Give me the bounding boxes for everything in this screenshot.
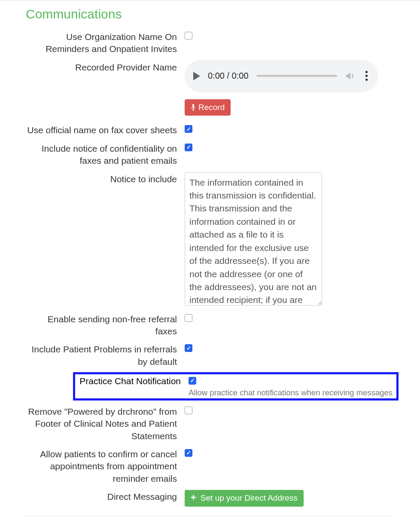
label-org-name: Use Organization Name On Reminders and O… — [26, 29, 185, 55]
label-nonfree-fax: Enable sending non-free referral faxes — [26, 312, 185, 338]
field-practice-chat: Practice Chat Notification Allow practic… — [78, 374, 394, 398]
field-allow-confirm: Allow patients to confirm or cancel appo… — [26, 446, 394, 485]
audio-track[interactable] — [256, 75, 337, 77]
svg-rect-1 — [193, 109, 193, 110]
checkbox-confidentiality[interactable] — [185, 144, 192, 151]
field-confidentiality: Include notice of confidentiality on fax… — [26, 141, 394, 167]
checkbox-practice-chat[interactable] — [189, 377, 196, 385]
volume-icon[interactable] — [345, 70, 356, 82]
help-practice-chat: Allow practice chat notifications when r… — [189, 388, 393, 398]
field-remove-powered: Remove "Powered by drchrono" from Footer… — [26, 404, 394, 442]
label-practice-chat: Practice Chat Notification — [78, 374, 189, 387]
notice-textarea[interactable] — [185, 172, 322, 306]
label-fax-cover: Use official name on fax cover sheets — [26, 122, 185, 136]
checkbox-nonfree-fax[interactable] — [185, 314, 192, 322]
play-icon[interactable] — [193, 72, 200, 80]
plus-icon — [191, 493, 198, 503]
label-recorded-provider: Recorded Provider Name — [26, 60, 185, 73]
audio-player[interactable]: 0:00 / 0:00 — [185, 60, 378, 92]
field-nonfree-fax: Enable sending non-free referral faxes — [26, 312, 394, 338]
label-remove-powered: Remove "Powered by drchrono" from Footer… — [26, 404, 185, 442]
highlighted-practice-chat: Practice Chat Notification Allow practic… — [73, 372, 399, 401]
label-confidentiality: Include notice of confidentiality on fax… — [26, 141, 185, 167]
divider — [26, 516, 394, 517]
svg-rect-0 — [192, 104, 194, 108]
setup-direct-address-button[interactable]: Set up your Direct Address — [185, 490, 304, 507]
record-button-label: Record — [198, 103, 225, 113]
label-direct-messaging: Direct Messaging — [26, 489, 185, 503]
field-recorded-provider: Recorded Provider Name 0:00 / 0:00 — [26, 60, 394, 92]
checkbox-fax-cover[interactable] — [185, 125, 192, 133]
checkbox-org-name[interactable] — [185, 32, 192, 40]
label-allow-confirm: Allow patients to confirm or cancel appo… — [26, 446, 185, 485]
setup-direct-label: Set up your Direct Address — [201, 493, 298, 503]
microphone-icon — [191, 104, 196, 111]
field-notice-include: Notice to include — [26, 171, 394, 306]
field-org-name-reminders: Use Organization Name On Reminders and O… — [26, 29, 394, 55]
field-record-button-row: Record — [26, 98, 394, 116]
checkbox-remove-powered[interactable] — [185, 407, 192, 414]
field-patient-problems: Include Patient Problems in referrals by… — [26, 342, 394, 368]
svg-rect-2 — [192, 110, 195, 110]
section-title: Communications — [26, 7, 394, 21]
field-fax-cover: Use official name on fax cover sheets — [26, 122, 394, 136]
checkbox-patient-problems[interactable] — [185, 344, 192, 352]
audio-time: 0:00 / 0:00 — [208, 71, 249, 81]
label-notice: Notice to include — [26, 171, 185, 185]
record-button[interactable]: Record — [185, 99, 231, 116]
label-patient-problems: Include Patient Problems in referrals by… — [26, 342, 185, 368]
kebab-menu-icon[interactable] — [364, 69, 369, 83]
field-direct-messaging: Direct Messaging Set up your Direct Addr… — [26, 489, 394, 507]
checkbox-allow-confirm[interactable] — [185, 449, 192, 457]
